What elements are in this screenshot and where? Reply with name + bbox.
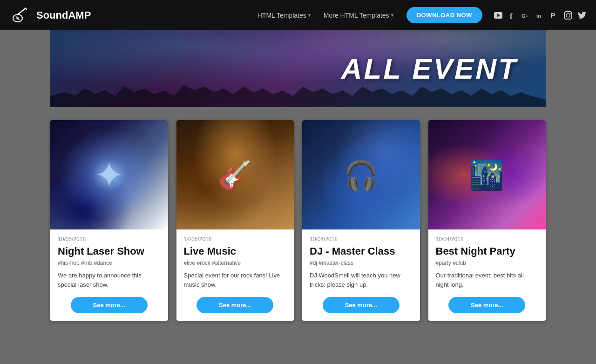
card-body-3: 10/04/2018 Best Night Party #party #club… [428, 229, 546, 321]
event-card-0: 10/05/2018 Night Laser Show #hip-hop #rn… [50, 120, 168, 321]
nav-links: HTML Templates ▾ More HTML Templates ▾ [252, 8, 399, 23]
dropdown-arrow-1: ▾ [308, 13, 311, 18]
event-card-2: 10/04/2018 DJ - Master Class #dj #master… [302, 120, 420, 321]
card-image-2 [302, 120, 420, 229]
facebook-icon[interactable]: f [508, 11, 517, 20]
svg-text:f: f [510, 12, 513, 20]
see-more-button-0[interactable]: See more... [71, 297, 148, 313]
guitar-logo-icon [9, 4, 32, 27]
see-more-button-3[interactable]: See more... [448, 297, 525, 313]
event-card-3: 10/04/2018 Best Night Party #party #club… [428, 120, 546, 321]
social-icons-group: f G+ in P [494, 11, 587, 20]
google-plus-icon[interactable]: G+ [522, 11, 531, 20]
card-title-3: Best Night Party [436, 245, 539, 257]
card-date-0: 10/05/2018 [58, 236, 161, 243]
svg-text:P: P [551, 12, 555, 19]
card-body-1: 14/05/2018 Live Music #live #rock #alter… [176, 229, 294, 321]
svg-point-14 [570, 13, 571, 13]
card-date-2: 10/04/2018 [310, 236, 413, 243]
more-html-templates-link[interactable]: More HTML Templates ▾ [318, 8, 399, 23]
svg-text:G+: G+ [522, 13, 528, 19]
twitter-icon[interactable] [577, 11, 587, 20]
youtube-icon[interactable] [494, 11, 503, 20]
card-date-1: 14/05/2018 [184, 236, 287, 243]
linkedin-icon[interactable]: in [535, 11, 545, 20]
card-image-3 [428, 120, 546, 229]
see-more-button-2[interactable]: See more... [323, 297, 400, 313]
card-body-2: 10/04/2018 DJ - Master Class #dj #master… [302, 229, 420, 321]
card-image-0 [50, 120, 168, 229]
html-templates-link[interactable]: HTML Templates ▾ [252, 8, 316, 23]
download-now-button[interactable]: DOWNLOAD NOW [406, 7, 482, 23]
instagram-icon[interactable] [563, 11, 573, 20]
svg-point-13 [566, 13, 570, 17]
card-desc-3: Our traditional event: best hits all nig… [436, 271, 539, 290]
hero-title: ALL EVENT [341, 52, 546, 85]
card-desc-1: Special event for our rock fans! Live mu… [184, 271, 287, 290]
card-desc-2: DJ WoodSmell will teach you new tricks: … [310, 271, 413, 290]
card-body-0: 10/05/2018 Night Laser Show #hip-hop #rn… [50, 229, 168, 321]
card-image-1 [176, 120, 294, 229]
svg-rect-12 [564, 12, 572, 19]
navbar: SoundAMP HTML Templates ▾ More HTML Temp… [0, 0, 596, 30]
card-tags-3: #party #club [436, 260, 539, 266]
logo-area: SoundAMP [9, 4, 244, 27]
dropdown-arrow-2: ▾ [391, 13, 393, 18]
card-tags-1: #live #rock #alternative [184, 260, 287, 266]
brand-name: SoundAMP [36, 9, 91, 21]
card-desc-0: We are happy to announce this special la… [58, 271, 161, 290]
event-card-1: 14/05/2018 Live Music #live #rock #alter… [176, 120, 294, 321]
card-tags-2: #dj #master-class [310, 260, 413, 266]
card-title-2: DJ - Master Class [310, 245, 413, 257]
svg-text:in: in [536, 13, 541, 19]
card-date-3: 10/04/2018 [436, 236, 539, 243]
hero-banner: ALL EVENT [50, 30, 546, 107]
cards-grid: 10/05/2018 Night Laser Show #hip-hop #rn… [50, 120, 546, 321]
see-more-button-1[interactable]: See more... [196, 297, 273, 313]
card-tags-0: #hip-hop #rnb #dance [58, 260, 161, 266]
card-title-0: Night Laser Show [58, 245, 161, 257]
card-title-1: Live Music [184, 245, 287, 257]
content-area: 10/05/2018 Night Laser Show #hip-hop #rn… [0, 107, 596, 339]
pinterest-icon[interactable]: P [549, 11, 559, 20]
